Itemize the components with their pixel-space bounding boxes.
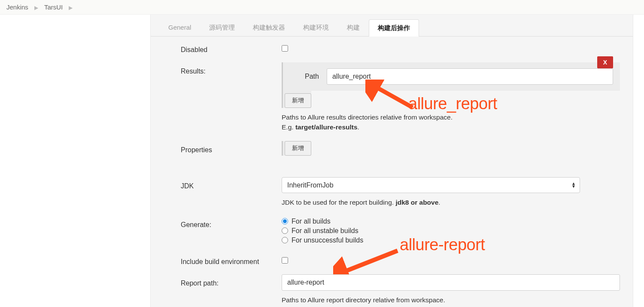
tab-post-build[interactable]: 构建后操作 (369, 19, 419, 37)
generate-radio-unstable[interactable] (282, 227, 288, 234)
results-entry: X Path (282, 62, 620, 91)
report-path-help: Paths to Allure report directory relativ… (282, 295, 620, 307)
jdk-label: JDK (181, 177, 282, 190)
breadcrumb-root[interactable]: Jenkins (6, 3, 28, 11)
chevron-right-icon: ▶ (34, 5, 38, 11)
generate-option-all[interactable]: For all builds (282, 218, 620, 225)
breadcrumb: Jenkins ▶ TarsUI ▶ (0, 0, 644, 15)
results-path-input[interactable] (327, 68, 613, 85)
include-env-label: Include build environment (181, 253, 282, 266)
config-tabs: General 源码管理 构建触发器 构建环境 构建 构建后操作 (151, 15, 633, 37)
disabled-label: Disabled (181, 41, 282, 54)
config-form: Disabled Results: X Path 新增 (151, 37, 633, 307)
sidebar (0, 15, 150, 307)
jdk-help: JDK to be used for the report building. … (282, 197, 620, 207)
generate-option-unsuccessful[interactable]: For unsuccessful builds (282, 236, 620, 244)
include-env-checkbox[interactable] (282, 257, 288, 264)
tab-general[interactable]: General (159, 19, 200, 36)
results-add-button[interactable]: 新增 (285, 93, 311, 108)
disabled-checkbox[interactable] (282, 45, 288, 52)
properties-label: Properties (181, 141, 282, 154)
tab-build[interactable]: 构建 (338, 19, 369, 36)
generate-label: Generate: (181, 216, 282, 229)
results-help: Paths to Allure results directories rela… (282, 112, 620, 132)
tab-scm[interactable]: 源码管理 (200, 19, 244, 36)
properties-add-button[interactable]: 新增 (285, 141, 311, 156)
generate-radio-unsuccessful[interactable] (282, 237, 288, 243)
report-path-input[interactable] (282, 274, 620, 291)
tab-triggers[interactable]: 构建触发器 (244, 19, 294, 36)
remove-button[interactable]: X (597, 56, 613, 68)
breadcrumb-job[interactable]: TarsUI (44, 3, 63, 11)
path-label: Path (290, 73, 319, 80)
chevron-right-icon: ▶ (69, 5, 73, 11)
tab-env[interactable]: 构建环境 (294, 19, 338, 36)
jdk-select[interactable]: InheritFromJob (282, 177, 580, 193)
generate-option-unstable[interactable]: For all unstable builds (282, 227, 620, 235)
generate-radio-all[interactable] (282, 218, 288, 224)
report-path-label: Report path: (181, 274, 282, 287)
annotation-top: allure_report (408, 95, 497, 113)
results-label: Results: (181, 62, 282, 75)
svg-line-3 (340, 251, 398, 273)
